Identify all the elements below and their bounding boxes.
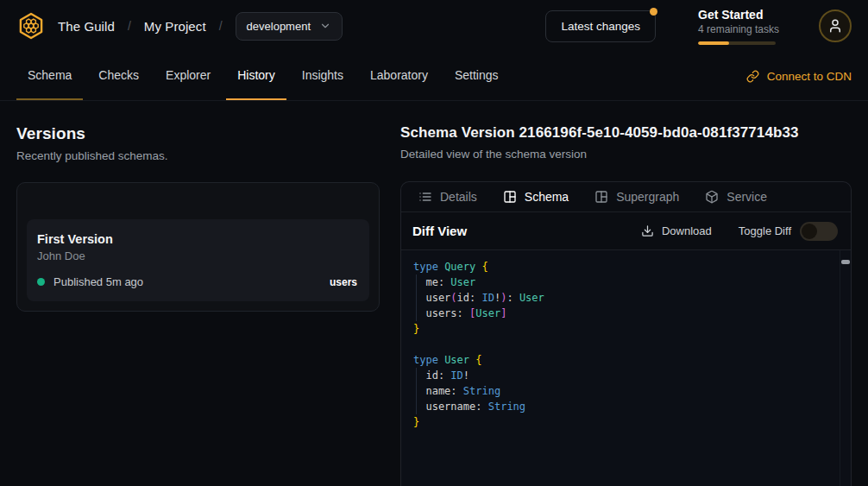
app-window: The Guild / My Project / development Lat… bbox=[0, 0, 868, 486]
tab-label: Supergraph bbox=[616, 190, 679, 204]
versions-title: Versions bbox=[16, 124, 380, 143]
hive-logo-icon[interactable] bbox=[16, 11, 46, 41]
breadcrumb-project[interactable]: My Project bbox=[144, 19, 206, 34]
versions-panel: Versions Recently published schemas. Fir… bbox=[16, 124, 380, 486]
download-button[interactable]: Download bbox=[641, 224, 712, 237]
panels-icon bbox=[594, 190, 608, 204]
version-meta-row: Published 5m ago users bbox=[37, 275, 357, 288]
tab-label: Checks bbox=[98, 68, 139, 82]
tab-label: Insights bbox=[302, 68, 343, 82]
tab-label: Schema bbox=[28, 68, 72, 82]
get-started-progress-bar bbox=[698, 41, 776, 45]
scrollbar-track bbox=[840, 250, 840, 486]
top-header: The Guild / My Project / development Lat… bbox=[0, 0, 868, 52]
tab-label: Service bbox=[726, 190, 767, 204]
schema-version-subtitle: Detailed view of the schema version bbox=[400, 148, 852, 161]
tab-explorer[interactable]: Explorer bbox=[154, 52, 222, 100]
switch-thumb bbox=[802, 224, 817, 239]
version-status: Published 5m ago bbox=[53, 275, 143, 288]
detail-tabs: Details Schema Supergraph Service bbox=[401, 182, 851, 212]
cube-icon bbox=[705, 190, 719, 204]
diff-view-toolbar: Diff View Download Toggle Diff bbox=[401, 212, 851, 250]
user-avatar[interactable] bbox=[819, 9, 852, 42]
tab-details[interactable]: Details bbox=[418, 190, 477, 204]
version-author: John Doe bbox=[37, 249, 357, 262]
tab-label: Schema bbox=[525, 190, 569, 204]
get-started-widget[interactable]: Get Started 4 remaining tasks bbox=[698, 8, 776, 45]
schema-version-title: Schema Version 2166196f-5e10-4059-bd0a-0… bbox=[400, 124, 852, 142]
tab-service[interactable]: Service bbox=[705, 190, 767, 204]
header-actions: Latest changes Get Started 4 remaining t… bbox=[545, 8, 852, 45]
breadcrumb: The Guild / My Project / development bbox=[58, 12, 343, 41]
latest-changes-button[interactable]: Latest changes bbox=[545, 10, 656, 42]
tab-history[interactable]: History bbox=[226, 52, 286, 100]
version-title: First Version bbox=[37, 232, 357, 246]
schema-detail-card: Details Schema Supergraph Service bbox=[400, 181, 852, 486]
main-content: Versions Recently published schemas. Fir… bbox=[0, 101, 868, 486]
schema-version-detail: Schema Version 2166196f-5e10-4059-bd0a-0… bbox=[400, 124, 852, 486]
list-icon bbox=[418, 190, 432, 204]
link-icon bbox=[746, 70, 759, 83]
get-started-title: Get Started bbox=[698, 8, 776, 22]
tab-laboratory[interactable]: Laboratory bbox=[359, 52, 439, 100]
tab-supergraph[interactable]: Supergraph bbox=[594, 190, 679, 204]
user-icon bbox=[827, 18, 843, 34]
get-started-progress-fill bbox=[698, 41, 729, 45]
connect-to-cdn-label: Connect to CDN bbox=[767, 70, 852, 83]
scrollbar-thumb[interactable] bbox=[841, 260, 850, 264]
tab-label: Laboratory bbox=[370, 68, 428, 82]
connect-to-cdn-link[interactable]: Connect to CDN bbox=[746, 52, 852, 100]
tab-insights[interactable]: Insights bbox=[291, 52, 355, 100]
tab-label: Explorer bbox=[166, 68, 211, 82]
latest-changes-label: Latest changes bbox=[561, 20, 640, 33]
versions-list-card: First Version John Doe Published 5m ago … bbox=[16, 182, 380, 312]
get-started-subtitle: 4 remaining tasks bbox=[698, 23, 776, 35]
toggle-diff-switch[interactable] bbox=[800, 222, 838, 241]
main-nav: Schema Checks Explorer History Insights … bbox=[0, 52, 868, 101]
download-label: Download bbox=[662, 224, 712, 237]
breadcrumb-separator: / bbox=[219, 19, 223, 33]
tab-label: Settings bbox=[455, 68, 499, 82]
breadcrumb-org[interactable]: The Guild bbox=[58, 19, 115, 34]
notification-dot bbox=[650, 8, 657, 16]
tab-schema[interactable]: Schema bbox=[16, 52, 83, 100]
version-service-badge: users bbox=[330, 276, 357, 288]
tab-checks[interactable]: Checks bbox=[87, 52, 150, 100]
tab-label: History bbox=[237, 68, 275, 82]
toggle-diff-label: Toggle Diff bbox=[739, 224, 791, 237]
diff-view-actions: Download Toggle Diff bbox=[641, 222, 838, 241]
versions-subtitle: Recently published schemas. bbox=[16, 149, 380, 162]
tab-schema-view[interactable]: Schema bbox=[503, 190, 569, 204]
tab-label: Details bbox=[440, 190, 477, 204]
breadcrumb-separator: / bbox=[128, 19, 131, 33]
download-icon bbox=[641, 224, 654, 237]
chevron-down-icon bbox=[319, 20, 331, 32]
tab-settings[interactable]: Settings bbox=[443, 52, 510, 100]
version-list-item[interactable]: First Version John Doe Published 5m ago … bbox=[27, 219, 369, 301]
code-editor[interactable]: type Query { me: User user(id: ID!): Use… bbox=[401, 250, 851, 486]
diff-view-title: Diff View bbox=[412, 224, 467, 238]
published-status-dot bbox=[37, 278, 45, 286]
panels-icon bbox=[503, 190, 517, 204]
target-select[interactable]: development bbox=[236, 12, 343, 41]
target-select-value: development bbox=[247, 20, 311, 33]
